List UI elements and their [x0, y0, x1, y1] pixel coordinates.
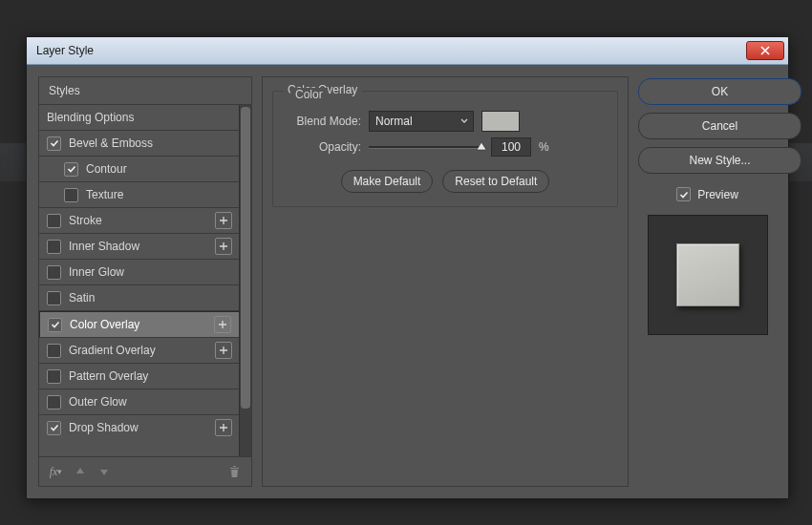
checkbox-patternoverlay[interactable] [47, 369, 61, 384]
titlebar[interactable]: Layer Style [27, 37, 788, 65]
style-row-bevel[interactable]: Bevel & Emboss [39, 131, 240, 157]
style-label: Stroke [69, 214, 211, 227]
inner-title: Color [290, 88, 328, 101]
close-button[interactable] [746, 41, 784, 60]
add-instance-button[interactable] [215, 212, 232, 229]
style-row-blending[interactable]: Blending Options [39, 105, 240, 131]
ok-button[interactable]: OK [638, 78, 801, 105]
opacity-label: Opacity: [285, 140, 361, 154]
checkbox-contour[interactable] [64, 162, 78, 177]
trash-icon[interactable] [227, 465, 242, 479]
checkbox-dropshadow[interactable] [47, 421, 61, 435]
blend-mode-value: Normal [375, 115, 413, 128]
checkbox-gradientoverlay[interactable] [47, 344, 61, 358]
style-row-dropshadow[interactable]: Drop Shadow [39, 415, 240, 440]
style-label: Bevel & Emboss [69, 136, 232, 150]
group-color-inner: Color Blend Mode: Normal Opacity: [281, 101, 609, 195]
styles-footer: fx▾ [39, 456, 251, 486]
style-row-satin[interactable]: Satin [39, 285, 240, 311]
style-label: Inner Glow [69, 265, 232, 279]
checkbox-satin[interactable] [47, 291, 61, 305]
style-label: Satin [69, 291, 232, 304]
cancel-button[interactable]: Cancel [638, 113, 801, 139]
make-default-button[interactable]: Make Default [341, 170, 434, 193]
reset-default-button[interactable]: Reset to Default [442, 170, 549, 193]
blend-mode-label: Blend Mode: [285, 115, 361, 128]
color-swatch[interactable] [481, 111, 520, 132]
settings-panel: Color Overlay Color Blend Mode: Normal O… [262, 76, 629, 487]
style-row-texture[interactable]: Texture [39, 182, 240, 208]
style-row-innershadow[interactable]: Inner Shadow [39, 234, 240, 260]
style-label: Blending Options [47, 111, 232, 124]
layer-style-dialog: Layer Style Styles Blending OptionsBevel… [26, 36, 789, 499]
style-row-patternoverlay[interactable]: Pattern Overlay [39, 364, 240, 389]
styles-scroll: Blending OptionsBevel & EmbossContourTex… [39, 105, 251, 456]
style-label: Pattern Overlay [69, 369, 232, 383]
window-title: Layer Style [36, 44, 746, 57]
style-row-contour[interactable]: Contour [39, 157, 240, 182]
style-row-coloroverlay[interactable]: Color Overlay [39, 311, 240, 338]
style-label: Contour [86, 162, 232, 176]
style-label: Texture [86, 188, 232, 201]
blend-mode-select[interactable]: Normal [369, 111, 474, 132]
checkbox-innerglow[interactable] [47, 265, 61, 280]
checkbox-coloroverlay[interactable] [48, 318, 62, 332]
style-label: Outer Glow [69, 395, 232, 409]
style-row-gradientoverlay[interactable]: Gradient Overlay [39, 338, 240, 364]
checkbox-stroke[interactable] [47, 214, 61, 228]
opacity-slider[interactable] [369, 138, 483, 156]
dialog-body: Styles Blending OptionsBevel & EmbossCon… [27, 65, 788, 498]
checkbox-bevel[interactable] [47, 136, 61, 151]
preview-checkbox[interactable] [676, 187, 691, 201]
style-label: Drop Shadow [69, 421, 211, 434]
add-instance-button[interactable] [215, 342, 232, 359]
row-blend-mode: Blend Mode: Normal [285, 111, 606, 132]
group-color-overlay: Color Overlay Color Blend Mode: Normal O… [272, 91, 618, 207]
actions-panel: OK Cancel New Style... Preview [638, 76, 777, 487]
opacity-input[interactable]: 100 [491, 137, 531, 157]
move-down-icon[interactable] [96, 465, 111, 479]
preview-label: Preview [697, 188, 738, 201]
new-style-button[interactable]: New Style... [638, 147, 801, 174]
checkbox-outerglow[interactable] [47, 395, 61, 410]
defaults-row: Make Default Reset to Default [285, 170, 606, 193]
preview-row[interactable]: Preview [638, 187, 777, 201]
styles-panel: Styles Blending OptionsBevel & EmbossCon… [38, 76, 252, 487]
close-icon [760, 46, 770, 55]
checkbox-texture[interactable] [64, 188, 78, 202]
row-opacity: Opacity: 100 % [285, 137, 606, 157]
style-label: Color Overlay [70, 318, 210, 331]
style-label: Inner Shadow [69, 240, 211, 253]
fx-icon[interactable]: fx▾ [49, 465, 63, 479]
add-instance-button[interactable] [214, 316, 231, 333]
checkbox-innershadow[interactable] [47, 240, 61, 254]
add-instance-button[interactable] [215, 419, 232, 436]
style-label: Gradient Overlay [69, 344, 211, 357]
style-row-stroke[interactable]: Stroke [39, 208, 240, 234]
move-up-icon[interactable] [73, 465, 87, 479]
slider-knob-icon[interactable] [476, 141, 487, 153]
style-row-innerglow[interactable]: Inner Glow [39, 260, 240, 285]
style-row-outerglow[interactable]: Outer Glow [39, 389, 240, 415]
add-instance-button[interactable] [215, 238, 232, 255]
scrollbar[interactable] [239, 105, 251, 456]
opacity-unit: % [539, 140, 549, 154]
preview-tile [676, 243, 739, 306]
chevron-down-icon [460, 117, 468, 125]
preview-box [648, 215, 768, 335]
styles-header[interactable]: Styles [39, 77, 251, 105]
scrollbar-thumb[interactable] [241, 107, 250, 409]
